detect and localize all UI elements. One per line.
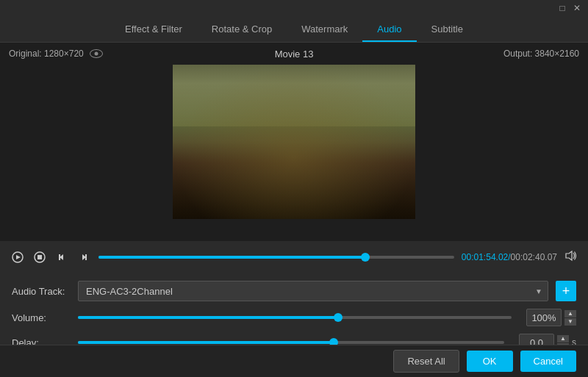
- play-icon: [12, 251, 24, 263]
- tab-rotate-crop[interactable]: Rotate & Crop: [197, 18, 287, 42]
- tab-audio[interactable]: Audio: [362, 18, 416, 42]
- ok-button[interactable]: OK: [467, 351, 513, 372]
- reset-all-button[interactable]: Reset All: [393, 350, 459, 373]
- skip-prev-button[interactable]: [54, 250, 69, 265]
- volume-slider-wrapper: [78, 316, 512, 319]
- volume-thumb[interactable]: [334, 313, 343, 322]
- current-time: 00:01:54.02: [462, 252, 508, 262]
- volume-value-box: ▲ ▼: [526, 309, 576, 326]
- volume-stepper: ▲ ▼: [564, 310, 576, 326]
- delay-up-button[interactable]: ▲: [557, 335, 569, 342]
- svg-rect-5: [59, 254, 60, 260]
- minimize-button[interactable]: □: [557, 3, 567, 13]
- cancel-button[interactable]: Cancel: [520, 351, 576, 372]
- video-overlay: [173, 65, 415, 219]
- close-button[interactable]: ✕: [572, 3, 582, 13]
- svg-marker-8: [566, 251, 572, 260]
- skip-next-button[interactable]: [76, 250, 91, 265]
- title-bar: □ ✕: [0, 0, 588, 16]
- stop-icon: [34, 251, 46, 263]
- eye-icon[interactable]: [90, 49, 103, 58]
- audio-track-row: Audio Track: ENG-AC3-2Channel ▼ +: [12, 281, 576, 301]
- progress-thumb[interactable]: [361, 253, 370, 262]
- movie-title: Movie 13: [275, 49, 314, 60]
- svg-rect-3: [37, 255, 42, 259]
- volume-label: Volume:: [12, 312, 71, 323]
- svg-rect-7: [85, 254, 87, 260]
- output-resolution: Output: 3840×2160: [503, 49, 579, 59]
- skip-prev-icon: [56, 251, 68, 263]
- tab-watermark[interactable]: Watermark: [287, 18, 362, 42]
- bottom-bar: Reset All OK Cancel: [0, 345, 588, 377]
- tab-bar: Effect & Filter Rotate & Crop Watermark …: [0, 16, 588, 43]
- playback-bar: 00:01:54.02/00:02:40.07: [0, 241, 588, 273]
- preview-area: Original: 1280×720 Movie 13 Output: 3840…: [0, 43, 588, 241]
- time-display: 00:01:54.02/00:02:40.07: [462, 252, 557, 262]
- original-res-text: Original: 1280×720: [9, 49, 84, 59]
- original-resolution: Original: 1280×720: [9, 49, 103, 59]
- delay-fill: [78, 341, 334, 344]
- stop-button[interactable]: [32, 250, 47, 265]
- volume-icon: [564, 250, 578, 262]
- volume-button[interactable]: [564, 250, 578, 265]
- volume-up-button[interactable]: ▲: [564, 310, 576, 317]
- volume-down-button[interactable]: ▼: [564, 318, 576, 326]
- video-thumbnail: [173, 65, 415, 219]
- tab-subtitle[interactable]: Subtitle: [417, 18, 478, 42]
- volume-row: Volume: ▲ ▼: [12, 309, 576, 326]
- volume-track[interactable]: [78, 316, 512, 319]
- svg-marker-1: [16, 255, 21, 259]
- audio-track-label: Audio Track:: [12, 286, 71, 297]
- skip-next-icon: [78, 251, 90, 263]
- total-time: 00:02:40.07: [511, 252, 557, 262]
- progress-bar[interactable]: [98, 256, 454, 259]
- play-button[interactable]: [10, 250, 25, 265]
- add-track-button[interactable]: +: [556, 281, 576, 301]
- progress-fill: [98, 256, 365, 259]
- volume-input[interactable]: [526, 309, 562, 326]
- volume-fill: [78, 316, 338, 319]
- audio-track-select[interactable]: ENG-AC3-2Channel: [78, 281, 548, 301]
- delay-track[interactable]: [78, 341, 504, 344]
- audio-track-dropdown-wrapper: ENG-AC3-2Channel ▼: [78, 281, 548, 301]
- delay-slider-wrapper: [78, 341, 504, 344]
- tab-effect-filter[interactable]: Effect & Filter: [110, 18, 197, 42]
